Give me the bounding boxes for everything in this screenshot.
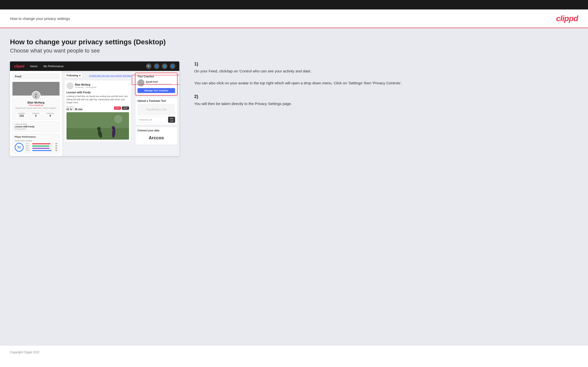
copyright-text: Copyright Clippd 2022 (10, 351, 40, 354)
location-icon: 📍 (146, 83, 148, 85)
trackman-add-button[interactable]: Add Link (168, 117, 175, 123)
app-right-sidebar: Your Coaches David Ford 📍 Royal North De… (133, 71, 179, 156)
stat-following: Following 4 (46, 112, 54, 117)
latest-activity-date: 03 Aug 2022 (15, 128, 57, 130)
tpq-score: 92 (15, 143, 24, 152)
app-feed: Following ▾ Control who can see your act… (62, 71, 133, 156)
main-content: How to change your privacy settings (Des… (0, 28, 588, 345)
connect-title: Connect your data (137, 129, 175, 132)
profile-banner: 🏌 (12, 82, 60, 96)
bar-putt-val: 96 (53, 150, 57, 151)
bar-putt: PUTT 96 (26, 150, 57, 151)
bar-ott: OTT 90 (26, 143, 57, 145)
connect-box: Connect your data Arccos (135, 127, 177, 145)
nav-link-performance[interactable]: My Performance (44, 65, 64, 68)
bar-ott-label: OTT (26, 143, 31, 145)
site-footer: Copyright Clippd 2022 (0, 345, 588, 359)
duration-info: Duration 01 hr : 30 min (66, 106, 82, 111)
app-sidebar: Feed 🏌 Blair McHarg Plus Handicap Royal … (10, 71, 62, 156)
activity-card: Blair McHarg Yesterday · Sunningdale Les… (64, 80, 131, 142)
app-nav-logo: clippd (14, 64, 24, 68)
tag-app: APP (122, 106, 129, 110)
coach-club: 📍 Royal North Devon Golf Club (146, 83, 171, 85)
activity-image (66, 112, 129, 140)
activity-user-avatar (66, 82, 73, 89)
bar-app-fill (32, 146, 49, 147)
nav-link-home[interactable]: Home (30, 65, 37, 68)
profile-card: 🏌 Blair McHarg Plus Handicap Royal North… (12, 82, 60, 119)
stat-followers: Followers 3 (32, 112, 40, 117)
content-layout: clippd Home My Performance 🔍 👤 🌐 👤 Feed (10, 61, 578, 156)
trackman-placeholder-text: Trackman Link (139, 108, 173, 111)
bar-arg-fill (32, 148, 50, 149)
following-bar: Following ▾ Control who can see your act… (64, 73, 131, 78)
profile-avatar: 🏌 (32, 91, 41, 100)
arccos-brand: Arccos (137, 133, 175, 143)
instruction-1-text: On your Feed, click/tap on 'Control who … (194, 68, 578, 86)
app-nav: clippd Home My Performance 🔍 👤 🌐 👤 (10, 61, 179, 71)
article-subtitle: Choose what you want people to see (10, 48, 578, 54)
stat-followers-label: Followers (32, 112, 40, 114)
trackman-input[interactable] (137, 117, 167, 123)
chevron-down-icon: ▾ (79, 74, 80, 77)
stat-activities-label: Activities (18, 112, 25, 114)
bar-ott-fill (32, 143, 50, 144)
coach-club-text: Royal North Devon Golf Club (149, 83, 171, 85)
coaches-title: Your Coaches (137, 75, 175, 78)
bar-putt-track (32, 150, 52, 151)
activity-meta: Yesterday · Sunningdale (75, 86, 96, 88)
profile-handicap: Plus Handicap (15, 104, 57, 106)
trackman-input-row: Add Link (137, 117, 175, 123)
player-performance-title: Player Performance (15, 136, 57, 138)
bar-app-track (32, 146, 52, 147)
control-privacy-link[interactable]: Control who can see your activity and da… (89, 74, 131, 77)
bar-app-val: 85 (53, 145, 57, 147)
profile-stats: Activities 131 Followers 3 Following 4 (15, 111, 57, 117)
user-icon[interactable]: 👤 (154, 63, 159, 69)
activity-duration: Duration 01 hr : 30 min OTT APP (66, 106, 129, 111)
tag-ott: OTT (114, 106, 121, 110)
stat-activities: Activities 131 (18, 112, 25, 117)
instruction-2-text: You will then be taken directly to the P… (194, 101, 578, 107)
manage-coaches-button[interactable]: Manage Your Coaches (137, 88, 175, 93)
instructions-panel: 1) On your Feed, click/tap on 'Control w… (189, 61, 578, 115)
feed-tab[interactable]: Feed (12, 73, 60, 79)
tpq-label: Total Player Quality (15, 140, 57, 142)
following-button[interactable]: Following ▾ (64, 73, 83, 78)
trackman-title: Upload a Trackman Test (137, 100, 175, 102)
bar-arg: ARG 86 (26, 147, 57, 149)
instruction-2-number: 2) (194, 94, 578, 99)
stat-followers-value: 3 (32, 114, 40, 117)
coach-avatar (137, 79, 144, 86)
player-performance: Player Performance Total Player Quality … (12, 134, 60, 154)
duration-label: Duration (66, 106, 82, 108)
tpq-content: 92 OTT 90 APP (15, 143, 57, 152)
stat-following-value: 4 (46, 114, 54, 117)
globe-icon[interactable]: 🌐 (162, 63, 167, 69)
stat-activities-value: 131 (18, 114, 25, 117)
trackman-box: Upload a Trackman Test Trackman Link Add… (135, 97, 177, 125)
bar-app-label: APP (26, 145, 31, 147)
activity-header: Blair McHarg Yesterday · Sunningdale (66, 82, 129, 89)
bar-ott-track (32, 143, 52, 144)
bar-putt-label: PUTT (26, 150, 31, 151)
svg-point-4 (97, 127, 101, 130)
bar-app: APP 85 (26, 145, 57, 147)
coach-name: David Ford (146, 81, 171, 83)
site-header: How to change your privacy settings clip… (0, 9, 588, 28)
bar-arg-label: ARG (26, 147, 31, 149)
tpq-bars: OTT 90 APP (26, 143, 57, 152)
top-bar (0, 0, 588, 9)
activity-title: Lesson with Fordy (66, 91, 129, 94)
avatar-icon[interactable]: 👤 (170, 63, 175, 69)
bar-ott-val: 90 (53, 143, 57, 145)
trackman-placeholder: Trackman Link (137, 104, 175, 115)
golf-image-svg (66, 112, 129, 140)
search-icon[interactable]: 🔍 (146, 63, 151, 69)
instruction-2: 2) You will then be taken directly to th… (194, 94, 578, 107)
coach-info: David Ford 📍 Royal North Devon Golf Club (146, 81, 171, 85)
svg-point-6 (112, 126, 115, 129)
stat-following-label: Following (46, 112, 54, 114)
instruction-1-number: 1) (194, 61, 578, 67)
article-title: How to change your privacy settings (Des… (10, 38, 578, 46)
